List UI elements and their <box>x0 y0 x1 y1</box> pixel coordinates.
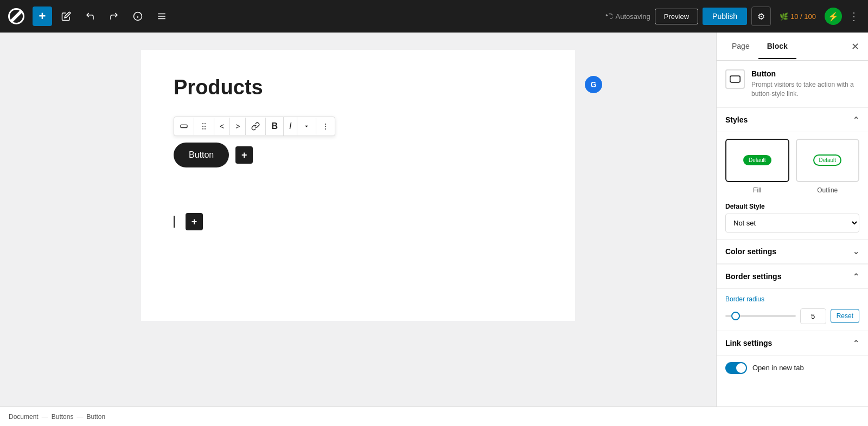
svg-point-11 <box>205 123 206 124</box>
block-toolbar: < > B I ⋮ <box>174 117 335 136</box>
border-chevron: ⌃ <box>853 272 859 281</box>
autosaving-indicator: Autosaving <box>605 12 650 21</box>
block-options-button[interactable]: ⋮ <box>316 118 335 135</box>
link-chevron: ⌃ <box>853 339 859 347</box>
top-toolbar: + Autosaving Preview Publish ⚙ 🌿 10 / 10… <box>0 0 868 33</box>
breadcrumb-buttons[interactable]: Buttons <box>52 413 74 421</box>
text-cursor <box>174 216 175 228</box>
block-link-button[interactable] <box>246 118 266 135</box>
open-new-tab-row: Open in new tab <box>725 362 859 374</box>
style-preview-outline[interactable]: Default <box>796 139 860 182</box>
page-title: Products <box>174 76 542 99</box>
info-button[interactable] <box>128 7 148 26</box>
undo-button[interactable] <box>80 7 100 26</box>
demo-button[interactable]: Button <box>174 143 229 167</box>
border-radius-label: Border radius <box>725 295 859 303</box>
main-area: Products G < > B I ⋮ <box>0 33 868 406</box>
block-name: Button <box>751 69 859 78</box>
styles-chevron: ⌃ <box>853 115 859 124</box>
outline-preview-btn: Default <box>813 154 841 166</box>
preview-button[interactable]: Preview <box>655 9 698 24</box>
pencil-icon-button[interactable] <box>56 7 76 26</box>
link-settings-section: Link settings ⌃ Open in new tab <box>717 331 868 380</box>
sidebar-close-button[interactable]: ✕ <box>849 38 861 55</box>
styles-header[interactable]: Styles ⌃ <box>717 108 868 132</box>
breadcrumb-document[interactable]: Document <box>9 413 39 421</box>
tab-page[interactable]: Page <box>723 34 758 59</box>
border-radius-input[interactable] <box>800 308 826 324</box>
border-radius-slider[interactable] <box>725 315 796 317</box>
sidebar-tabs: Page Block ✕ <box>717 33 868 61</box>
editor-canvas: Products G < > B I ⋮ <box>141 50 575 321</box>
tab-block[interactable]: Block <box>758 34 796 59</box>
settings-button[interactable]: ⚙ <box>751 7 771 26</box>
block-italic-button[interactable]: I <box>284 117 297 135</box>
style-preview-fill[interactable]: Default <box>725 139 789 182</box>
border-content: Border radius Reset <box>717 289 868 331</box>
cursor-area: + <box>174 211 542 233</box>
svg-point-8 <box>202 123 203 124</box>
redo-button[interactable] <box>104 7 124 26</box>
yoast-score-badge[interactable]: 🌿 10 / 100 <box>775 10 820 23</box>
default-style-select[interactable]: Not set Fill Outline <box>725 214 859 233</box>
styles-section: Styles ⌃ Default Fill Default Ou <box>717 108 868 240</box>
toolbar-right: Autosaving Preview Publish ⚙ 🌿 10 / 100 … <box>605 7 862 26</box>
svg-rect-7 <box>181 125 187 127</box>
block-more-formatting-button[interactable] <box>297 118 316 134</box>
border-settings-header[interactable]: Border settings ⌃ <box>717 264 868 289</box>
color-chevron: ⌄ <box>853 247 859 256</box>
style-option-fill: Default Fill <box>725 139 789 194</box>
fill-preview-btn: Default <box>743 155 771 165</box>
block-prev-button[interactable]: < <box>214 118 230 135</box>
svg-point-13 <box>205 128 206 130</box>
list-view-button[interactable] <box>152 7 171 26</box>
outline-label: Outline <box>817 186 838 194</box>
svg-point-9 <box>202 126 203 127</box>
style-option-outline: Default Outline <box>796 139 860 194</box>
block-drag-handle[interactable] <box>194 118 214 135</box>
wp-logo[interactable] <box>7 7 26 26</box>
fill-label: Fill <box>753 186 761 194</box>
color-settings-header[interactable]: Color settings ⌄ <box>717 240 868 264</box>
svg-rect-14 <box>730 76 740 82</box>
more-options-button[interactable]: ⋮ <box>846 8 861 25</box>
open-new-tab-toggle[interactable] <box>725 362 747 374</box>
reset-border-radius-button[interactable]: Reset <box>831 309 859 323</box>
add-button-after[interactable]: + <box>235 146 253 164</box>
block-icon <box>725 69 745 89</box>
breadcrumb-sep-1: — <box>42 413 48 421</box>
breadcrumb-sep-2: — <box>76 413 83 421</box>
default-style-heading: Default Style <box>725 203 859 210</box>
link-settings-header[interactable]: Link settings ⌃ <box>717 331 868 356</box>
publish-button[interactable]: Publish <box>703 8 747 25</box>
sidebar: Page Block ✕ Button Prompt visitors to t… <box>716 33 868 406</box>
breadcrumb-button[interactable]: Button <box>86 413 105 421</box>
block-align-button[interactable] <box>174 118 194 135</box>
svg-point-12 <box>205 126 206 127</box>
toggle-knob <box>736 363 746 373</box>
svg-point-10 <box>202 128 203 130</box>
block-info-section: Button Prompt visitors to take action wi… <box>717 61 868 108</box>
styles-content: Default Fill Default Outline Default Sty… <box>717 132 868 240</box>
block-description: Prompt visitors to take action with a bu… <box>751 80 859 99</box>
border-radius-row: Reset <box>725 308 859 324</box>
editor-area: Products G < > B I ⋮ <box>0 33 716 406</box>
border-settings-section: Border settings ⌃ Border radius Reset <box>717 264 868 331</box>
link-content: Open in new tab <box>717 356 868 380</box>
block-bold-button[interactable]: B <box>266 117 284 135</box>
button-block-area: Button + <box>174 143 542 167</box>
style-options: Default Fill Default Outline <box>725 139 859 194</box>
color-settings-section: Color settings ⌄ <box>717 240 868 264</box>
block-next-button[interactable]: > <box>230 118 246 135</box>
breadcrumb-bar: Document — Buttons — Button <box>0 406 868 426</box>
performance-button[interactable]: ⚡ <box>825 8 842 25</box>
open-new-tab-label: Open in new tab <box>752 364 804 372</box>
collaborator-avatar: G <box>585 76 602 93</box>
add-block-below-button[interactable]: + <box>186 213 203 230</box>
add-block-toolbar-button[interactable]: + <box>33 7 52 26</box>
